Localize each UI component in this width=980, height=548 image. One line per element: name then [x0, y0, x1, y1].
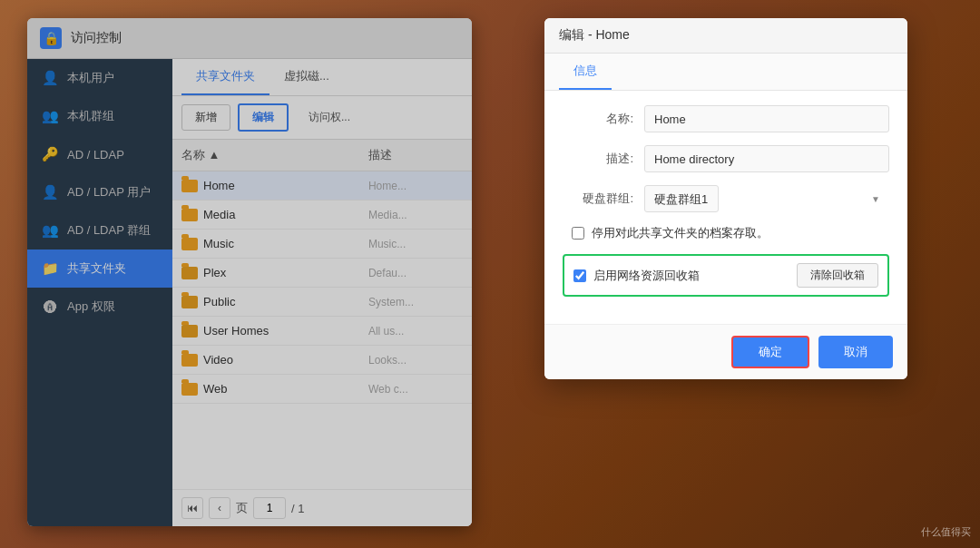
cancel-button[interactable]: 取消: [818, 336, 893, 368]
watermark: 什么值得买: [921, 525, 971, 539]
confirm-button[interactable]: 确定: [731, 336, 809, 368]
dialog-title: 编辑 - Home: [559, 27, 630, 44]
disk-group-select[interactable]: 硬盘群组1: [644, 185, 719, 212]
dialog-tabs: 信息: [544, 54, 907, 91]
recycle-checkbox[interactable]: [573, 269, 586, 282]
dialog-title-bar: 编辑 - Home: [544, 18, 907, 54]
desc-label: 描述:: [563, 151, 644, 167]
name-input[interactable]: [644, 105, 889, 132]
dialog-overlay: 编辑 - Home 信息 名称: 描述: 硬盘群组: 硬盘群组1: [0, 0, 980, 548]
recycle-row: 启用网络资源回收箱 清除回收箱: [563, 254, 889, 297]
disk-group-label: 硬盘群组:: [563, 191, 644, 207]
archive-row: 停用对此共享文件夹的档案存取。: [563, 225, 889, 241]
recycle-label: 启用网络资源回收箱: [593, 268, 700, 284]
desc-input[interactable]: [644, 145, 889, 172]
form-row-disk-group: 硬盘群组: 硬盘群组1: [563, 185, 889, 212]
form-row-desc: 描述:: [563, 145, 889, 172]
form-row-name: 名称:: [563, 105, 889, 132]
dialog-body: 名称: 描述: 硬盘群组: 硬盘群组1 停用对此共享文件夹的档案存取。: [544, 91, 907, 324]
dialog-footer: 确定 取消: [544, 324, 907, 379]
archive-checkbox[interactable]: [572, 227, 584, 240]
clear-recycle-button[interactable]: 清除回收箱: [797, 263, 878, 288]
archive-label: 停用对此共享文件夹的档案存取。: [592, 225, 769, 241]
disk-group-select-wrapper: 硬盘群组1: [644, 185, 889, 212]
edit-dialog: 编辑 - Home 信息 名称: 描述: 硬盘群组: 硬盘群组1: [544, 18, 907, 379]
dialog-tab-info[interactable]: 信息: [559, 54, 612, 90]
name-label: 名称:: [563, 111, 644, 127]
